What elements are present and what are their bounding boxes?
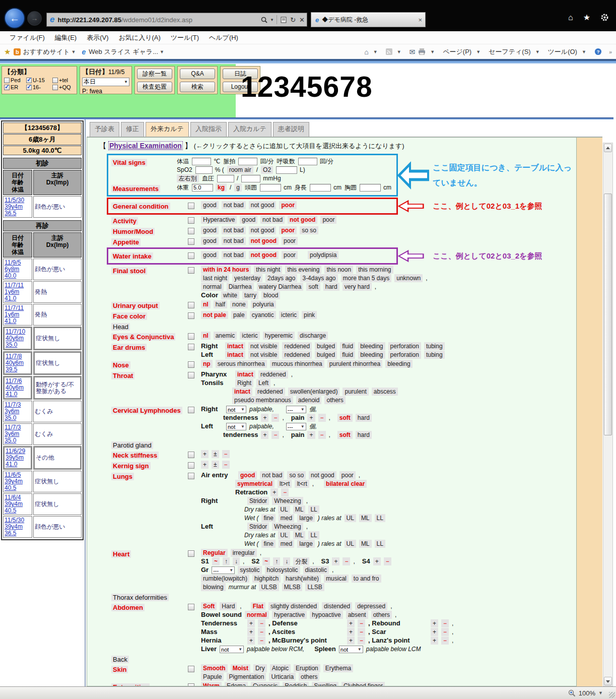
text-input[interactable] <box>298 158 317 165</box>
option-chip[interactable]: pink <box>302 311 317 319</box>
option-chip[interactable]: hard <box>356 414 372 422</box>
option-chip[interactable]: + <box>201 461 209 469</box>
option-chip[interactable]: yesterday <box>232 274 262 282</box>
option-chip[interactable]: others <box>371 611 392 619</box>
chevron-down-icon[interactable]: ▼ <box>373 49 378 54</box>
tab-外来カルテ[interactable]: 外来カルテ <box>146 122 189 137</box>
option-chip[interactable]: − <box>258 637 265 645</box>
option-chip[interactable]: soft <box>306 283 320 291</box>
text-input[interactable] <box>260 184 281 192</box>
option-chip[interactable]: − <box>258 628 265 636</box>
option-chip[interactable]: Hard <box>220 602 237 610</box>
option-chip[interactable]: bulged <box>315 342 337 350</box>
option-chip[interactable]: pseudo membranous <box>232 396 293 404</box>
category-checkbox[interactable] <box>4 85 10 90</box>
option-chip[interactable]: polydipsia <box>308 251 338 259</box>
option-chip[interactable]: reddened <box>258 370 288 378</box>
option-chip[interactable]: Urticaria <box>269 673 296 681</box>
option-chip[interactable]: UL <box>278 505 290 514</box>
option-chip[interactable]: diastolic <box>303 566 329 574</box>
option-chip[interactable]: − <box>222 461 230 469</box>
option-chip[interactable]: 3-4days ago <box>300 274 337 282</box>
row-checkbox[interactable] <box>188 252 194 259</box>
home-icon[interactable]: ⌂ <box>568 14 573 22</box>
option-chip[interactable]: not bad <box>260 216 285 224</box>
option-chip[interactable]: + <box>332 557 339 565</box>
option-chip[interactable]: bleeding <box>358 342 385 350</box>
option-chip[interactable]: mucous rhinorrhea <box>270 360 324 368</box>
visit-link[interactable]: 41.0 <box>5 318 31 325</box>
row-checkbox[interactable] <box>188 302 194 308</box>
tab-入院カルテ[interactable]: 入院カルテ <box>228 122 271 137</box>
option-chip[interactable]: Right <box>235 379 253 387</box>
option-chip[interactable]: kg <box>216 183 227 192</box>
option-chip[interactable]: fluid <box>340 351 355 359</box>
vertical-scrollbar[interactable] <box>603 143 613 686</box>
option-chip[interactable]: − <box>358 619 365 627</box>
option-chip[interactable]: not bad <box>222 251 246 259</box>
option-chip[interactable]: − <box>358 637 365 645</box>
chevron-down-icon[interactable]: ▼ <box>160 49 164 54</box>
page-menu[interactable]: ページ(P) <box>443 47 471 56</box>
option-chip[interactable]: distended <box>322 602 352 610</box>
category-checkbox[interactable] <box>52 78 58 83</box>
option-chip[interactable]: Hyperactive <box>201 216 237 224</box>
option-chip[interactable]: lt>rt <box>278 480 292 488</box>
option-chip[interactable]: good <box>240 216 257 224</box>
category-checkbox[interactable] <box>52 85 58 90</box>
option-chip[interactable]: nl <box>201 332 211 340</box>
option-chip[interactable]: med <box>279 514 294 522</box>
row-checkbox[interactable] <box>188 312 194 319</box>
option-chip[interactable]: O2 <box>261 166 273 174</box>
option-chip[interactable]: − <box>271 431 279 439</box>
visit-link[interactable]: 41.0 <box>6 461 30 468</box>
menu-tools[interactable]: ツール(T) <box>166 32 203 43</box>
option-chip[interactable]: this noon <box>324 266 353 274</box>
option-chip[interactable]: polyuria <box>251 300 276 308</box>
tab-修正[interactable]: 修正 <box>121 122 144 137</box>
option-chip[interactable]: good <box>201 226 219 234</box>
option-chip[interactable]: slightly distended <box>268 602 319 610</box>
dropdown[interactable]: not▼ <box>226 423 246 430</box>
gear-icon[interactable] <box>600 13 609 22</box>
row-checkbox[interactable] <box>188 344 194 350</box>
option-chip[interactable]: tubing <box>424 351 445 359</box>
option-chip[interactable]: Left <box>256 379 270 387</box>
scroll-up-button[interactable] <box>604 144 612 152</box>
option-chip[interactable]: + <box>247 637 255 645</box>
option-chip[interactable]: ~ <box>262 557 270 565</box>
search-dropdown-icon[interactable]: ▾ <box>271 17 273 22</box>
option-chip[interactable]: blowing <box>201 583 226 591</box>
option-chip[interactable]: bulged <box>315 351 337 359</box>
option-chip[interactable]: adenoid <box>296 396 322 404</box>
option-chip[interactable]: poor <box>279 226 297 234</box>
chevron-down-icon[interactable]: ▼ <box>535 49 540 54</box>
option-chip[interactable]: Edema <box>225 682 248 686</box>
favorites-star-icon[interactable]: ★ <box>583 14 590 22</box>
option-chip[interactable]: tubing <box>424 342 445 350</box>
option-chip[interactable]: Soft <box>201 602 217 610</box>
option-chip[interactable]: lt<rt <box>295 480 309 488</box>
row-checkbox[interactable] <box>188 267 194 274</box>
option-chip[interactable]: highpitch <box>252 575 281 583</box>
tab-close-icon[interactable]: × <box>418 16 422 24</box>
option-chip[interactable]: white <box>221 291 239 299</box>
option-chip[interactable]: MLSB <box>282 583 303 591</box>
option-chip[interactable]: LL <box>375 540 385 548</box>
option-chip[interactable]: so so <box>300 226 318 234</box>
option-chip[interactable]: LL <box>375 514 385 522</box>
option-chip[interactable]: ML <box>293 531 306 539</box>
chevron-down-icon[interactable]: ▼ <box>476 49 481 54</box>
scrollbar-thumb[interactable] <box>604 194 612 435</box>
visit-link[interactable]: 36.5 <box>5 210 31 217</box>
option-chip[interactable]: ± <box>212 450 219 458</box>
option-chip[interactable]: this night <box>254 266 282 274</box>
option-chip[interactable]: − <box>318 431 326 439</box>
option-chip[interactable]: normal <box>245 611 269 619</box>
option-chip[interactable]: + <box>347 628 355 636</box>
option-chip[interactable]: + <box>373 557 381 565</box>
option-chip[interactable]: 2days ago <box>265 274 297 282</box>
row-checkbox[interactable] <box>188 228 194 234</box>
help-icon[interactable]: ? <box>594 48 602 55</box>
option-chip[interactable]: not good <box>249 201 277 209</box>
